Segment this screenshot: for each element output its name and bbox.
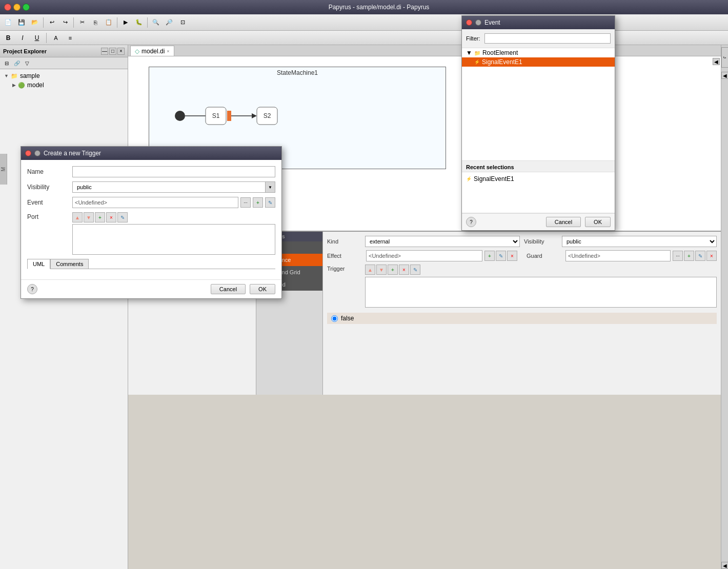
right-panel-bottom[interactable]: ◀ xyxy=(721,562,729,569)
port-btn-row[interactable]: ▲ ▼ + × ✎ xyxy=(72,212,275,222)
event-add-btn[interactable]: + xyxy=(253,197,263,208)
title-bar: Papyrus - sample/model.di - Papyrus xyxy=(0,0,728,14)
guard-del-btn[interactable]: × xyxy=(706,251,717,261)
panel-close-btn[interactable]: × xyxy=(117,48,125,55)
signal-event-label: SignalEventE1 xyxy=(482,58,522,66)
event-help-btn[interactable]: ? xyxy=(466,217,476,227)
trigger-vis-label: Visibility xyxy=(27,184,68,191)
exp-link[interactable]: 🔗 xyxy=(12,58,22,68)
false-radio[interactable] xyxy=(331,315,338,322)
port-down-btn[interactable]: ▼ xyxy=(84,212,94,222)
trigger-ok-btn[interactable]: OK xyxy=(250,284,275,294)
trigger-vis-select[interactable]: public private xyxy=(72,181,275,193)
panel-header-controls[interactable]: — □ × xyxy=(101,48,125,55)
tb-fit[interactable]: ⊡ xyxy=(176,16,189,29)
exp-collapse-all[interactable]: ⊟ xyxy=(2,58,11,68)
filter-input[interactable] xyxy=(484,33,611,44)
trigger-row: Trigger ▲ ▼ + × ✎ xyxy=(327,265,717,308)
tb-copy[interactable]: ⎘ xyxy=(89,16,102,29)
tb-run[interactable]: ▶ xyxy=(119,16,132,29)
tree-item-model[interactable]: ▶ 🟢 model xyxy=(2,80,126,90)
fmt-underline[interactable]: U xyxy=(31,32,43,44)
event-dialog-title: Event xyxy=(484,19,611,26)
effect-del-btn[interactable]: × xyxy=(507,251,517,261)
guard-edit-btn[interactable]: ✎ xyxy=(695,251,705,261)
trigger-help-btn[interactable]: ? xyxy=(27,284,37,294)
port-edit-btn[interactable]: ✎ xyxy=(117,212,128,222)
trigger-name-input[interactable] xyxy=(72,166,275,177)
fmt-italic[interactable]: I xyxy=(16,32,29,44)
port-del-btn[interactable]: × xyxy=(106,212,116,222)
trigger-btn-row[interactable]: ▲ ▼ + × ✎ xyxy=(365,265,717,275)
tab-comments[interactable]: Comments xyxy=(50,259,89,269)
kind-select[interactable]: external internal local xyxy=(365,236,520,247)
vis-select-arrow: ▼ xyxy=(265,181,275,193)
minimize-btn[interactable] xyxy=(13,4,21,11)
event-dialog-min[interactable] xyxy=(475,19,481,26)
tab-model-di[interactable]: ◇ model.di × xyxy=(130,46,174,56)
tb-cut[interactable]: ✂ xyxy=(76,16,88,29)
guard-btns[interactable]: ··· + ✎ × xyxy=(673,251,717,261)
vis-select[interactable]: public private protected xyxy=(562,236,717,247)
trigger-tabs: UML Comments xyxy=(27,259,275,269)
fmt-color[interactable]: A xyxy=(50,32,62,44)
tb-save[interactable]: 💾 xyxy=(15,16,28,29)
fmt-align[interactable]: ≡ xyxy=(64,32,76,44)
panel-maximize-btn[interactable]: □ xyxy=(109,48,116,55)
tb-open[interactable]: 📂 xyxy=(29,16,41,29)
sep1 xyxy=(43,17,44,28)
outline-side-controls[interactable]: ◀ xyxy=(713,58,720,65)
trigger-dialog-titlebar: Create a new Trigger xyxy=(21,147,281,160)
tb-paste[interactable]: 📋 xyxy=(103,16,115,29)
effect-btns[interactable]: + ✎ × xyxy=(484,251,517,261)
tb-zoom-in[interactable]: 🔍 xyxy=(150,16,162,29)
tb-debug[interactable]: 🐛 xyxy=(133,16,145,29)
event-cancel-btn[interactable]: Cancel xyxy=(546,217,581,227)
trigger-cancel-btn[interactable]: Cancel xyxy=(211,284,246,294)
event-ok-btn[interactable]: OK xyxy=(585,217,611,227)
trigger-down-btn[interactable]: ▼ xyxy=(376,265,387,275)
event-dots-btn[interactable]: ··· xyxy=(240,197,251,208)
tb-redo[interactable]: ↪ xyxy=(59,16,71,29)
panel-minimize-btn[interactable]: — xyxy=(101,48,108,55)
close-btn[interactable] xyxy=(4,4,11,11)
tb-zoom-out[interactable]: 🔎 xyxy=(163,16,175,29)
right-panel-expand[interactable]: ◀ xyxy=(721,72,729,79)
tab-uml[interactable]: UML xyxy=(27,259,50,269)
trigger-area[interactable] xyxy=(365,277,717,308)
right-panel-btn1[interactable]: J xyxy=(721,47,729,68)
tree-item-sample[interactable]: ▼ 📁 sample xyxy=(2,71,126,80)
event-dialog-close[interactable] xyxy=(466,19,472,26)
event-dialog: Event Filter: ▼ 📁 RootElement ⚡ SignalEv… xyxy=(461,15,615,231)
trigger-edit-btn[interactable]: ✎ xyxy=(410,265,420,275)
tab-close-btn[interactable]: × xyxy=(167,49,169,54)
tb-new[interactable]: 📄 xyxy=(2,16,14,29)
trigger-dialog-min[interactable] xyxy=(34,150,41,156)
tree-root[interactable]: ▼ 📁 RootElement xyxy=(462,48,615,57)
create-trigger-dialog: Create a new Trigger Name Visibility pub… xyxy=(21,146,282,299)
port-add-btn[interactable]: + xyxy=(95,212,105,222)
exp-filter[interactable]: ▽ xyxy=(23,58,32,68)
event-edit-btn[interactable]: ✎ xyxy=(265,197,275,208)
kind-label: Kind xyxy=(327,238,363,245)
trigger-del-btn[interactable]: × xyxy=(399,265,409,275)
recent-item-signal[interactable]: ⚡ SignalEventE1 xyxy=(464,174,613,184)
port-area[interactable] xyxy=(72,224,275,255)
trigger-label: Trigger xyxy=(327,266,363,272)
maximize-btn[interactable] xyxy=(23,4,30,11)
guard-dots-btn[interactable]: ··· xyxy=(673,251,683,261)
left-side-tab[interactable]: M xyxy=(0,154,7,185)
effect-edit-btn[interactable]: ✎ xyxy=(496,251,506,261)
tb-undo[interactable]: ↩ xyxy=(46,16,58,29)
trigger-dialog-close[interactable] xyxy=(25,150,31,156)
tree-signal-event[interactable]: ⚡ SignalEventE1 xyxy=(462,57,615,67)
port-up-btn[interactable]: ▲ xyxy=(72,212,83,222)
window-controls[interactable] xyxy=(4,4,30,11)
guard-add-btn[interactable]: + xyxy=(684,251,694,261)
fmt-bold[interactable]: B xyxy=(2,32,14,44)
effect-add-btn[interactable]: + xyxy=(484,251,495,261)
trigger-add-btn[interactable]: + xyxy=(388,265,398,275)
outline-prev[interactable]: ◀ xyxy=(713,58,720,65)
trigger-up-btn[interactable]: ▲ xyxy=(365,265,375,275)
trigger-port-field: Port ▲ ▼ + × ✎ xyxy=(27,212,275,255)
